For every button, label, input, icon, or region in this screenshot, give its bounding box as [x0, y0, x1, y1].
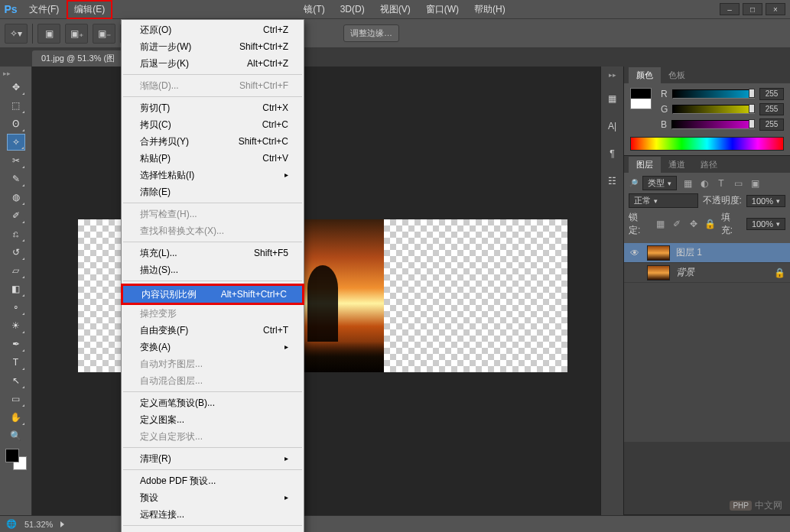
- menu-item[interactable]: 粘贴(P)Ctrl+V: [122, 150, 304, 167]
- zoom-level[interactable]: 51.32%: [24, 520, 53, 529]
- filter-pixel-icon[interactable]: ▦: [681, 177, 694, 190]
- magic-wand-tool-icon[interactable]: ✧: [7, 134, 25, 151]
- layer-thumbnail[interactable]: [647, 245, 670, 261]
- character-strip-icon[interactable]: A|: [605, 118, 620, 134]
- layer-thumbnail[interactable]: [647, 265, 670, 281]
- menu-item[interactable]: 填充(L)...Shift+F5: [122, 245, 304, 261]
- lock-pixels-icon[interactable]: ✐: [671, 218, 683, 230]
- menu-item[interactable]: 后退一步(K)Alt+Ctrl+Z: [122, 55, 304, 72]
- blend-mode-select[interactable]: 正常: [629, 193, 698, 208]
- status-arrow-icon[interactable]: [60, 521, 64, 527]
- menu-item[interactable]: 合并拷贝(Y)Shift+Ctrl+C: [122, 133, 304, 150]
- history-brush-tool-icon[interactable]: ↺: [7, 244, 25, 261]
- path-selection-tool-icon[interactable]: ↖: [7, 372, 25, 389]
- document-tab[interactable]: 01.jpg @ 51.3% (图: [32, 50, 124, 66]
- menu-item[interactable]: 定义图案...: [122, 411, 304, 428]
- clone-stamp-tool-icon[interactable]: ⎌: [7, 225, 25, 242]
- layer-row[interactable]: 背景 🔒: [624, 263, 790, 283]
- blur-tool-icon[interactable]: ∘: [7, 299, 25, 316]
- lock-position-icon[interactable]: ✥: [688, 218, 700, 230]
- tab-swatches[interactable]: 色板: [661, 67, 693, 83]
- canvas-area[interactable]: [32, 66, 600, 515]
- opt-add-selection-icon[interactable]: ▣₊: [65, 24, 88, 44]
- layer-filter-kind[interactable]: 类型: [642, 176, 677, 190]
- swatches-strip-icon[interactable]: ▦: [605, 91, 620, 106]
- hand-tool-icon[interactable]: ✋: [7, 409, 25, 426]
- opt-new-selection-icon[interactable]: ▣: [37, 24, 60, 44]
- marquee-tool-icon[interactable]: ⬚: [7, 97, 25, 114]
- menu-edit[interactable]: 编辑(E): [67, 0, 112, 19]
- foreground-color-swatch[interactable]: [5, 449, 19, 462]
- menu-file[interactable]: 文件(F): [21, 0, 67, 19]
- tab-color[interactable]: 颜色: [629, 67, 661, 83]
- r-slider[interactable]: [672, 89, 755, 99]
- menu-window[interactable]: 窗口(W): [418, 0, 467, 19]
- filter-smart-icon[interactable]: ▣: [749, 177, 761, 190]
- menu-item[interactable]: 自由变换(F)Ctrl+T: [122, 322, 304, 339]
- menu-item[interactable]: 变换(A): [122, 339, 304, 355]
- menu-item[interactable]: 定义画笔预设(B)...: [122, 394, 304, 411]
- status-globe-icon[interactable]: 🌐: [6, 519, 17, 529]
- gradient-tool-icon[interactable]: ◧: [7, 281, 25, 297]
- fill-value[interactable]: 100%: [746, 218, 785, 230]
- close-button[interactable]: ×: [766, 3, 785, 15]
- zoom-tool-icon[interactable]: 🔍: [7, 427, 25, 444]
- color-panel-swatch[interactable]: [630, 88, 652, 109]
- menu-item[interactable]: 预设: [122, 489, 304, 506]
- pen-tool-icon[interactable]: ✒: [7, 336, 25, 352]
- layer-name[interactable]: 背景: [676, 266, 694, 279]
- crop-tool-icon[interactable]: ✂: [7, 152, 25, 169]
- lock-transparent-icon[interactable]: ▦: [654, 218, 666, 230]
- menu-filter[interactable]: 镜(T): [296, 0, 332, 19]
- menu-item[interactable]: 清理(R): [122, 450, 304, 467]
- b-slider[interactable]: [671, 120, 755, 129]
- opt-subtract-selection-icon[interactable]: ▣₋: [93, 24, 115, 44]
- menu-item[interactable]: 拷贝(C)Ctrl+C: [122, 116, 304, 133]
- r-value[interactable]: 255: [759, 88, 784, 100]
- lock-all-icon[interactable]: 🔒: [704, 218, 717, 230]
- layer-row[interactable]: 👁 图层 1: [624, 243, 790, 263]
- dodge-tool-icon[interactable]: ☀: [7, 317, 25, 334]
- paragraph-strip-icon[interactable]: ¶: [605, 146, 620, 161]
- opacity-value[interactable]: 100%: [746, 195, 785, 207]
- tab-paths[interactable]: 路径: [693, 157, 725, 173]
- menu-item[interactable]: 清除(E): [122, 183, 304, 200]
- filter-type-icon[interactable]: T: [715, 177, 727, 190]
- healing-brush-tool-icon[interactable]: ◍: [7, 189, 25, 206]
- styles-strip-icon[interactable]: ☷: [605, 174, 620, 189]
- tab-layers[interactable]: 图层: [629, 157, 661, 173]
- menu-item[interactable]: 剪切(T)Ctrl+X: [122, 99, 304, 116]
- menu-item[interactable]: 内容识别比例Alt+Shift+Ctrl+C: [123, 286, 302, 303]
- g-slider[interactable]: [672, 105, 755, 114]
- refine-edge-button[interactable]: 调整边缘…: [343, 24, 399, 42]
- maximize-button[interactable]: □: [743, 3, 762, 15]
- type-tool-icon[interactable]: T: [7, 354, 25, 371]
- layer-name[interactable]: 图层 1: [676, 246, 702, 259]
- menu-view[interactable]: 视图(V): [372, 0, 418, 19]
- menu-help[interactable]: 帮助(H): [467, 0, 513, 19]
- lasso-tool-icon[interactable]: ʘ: [7, 115, 25, 132]
- filter-adjust-icon[interactable]: ◐: [698, 177, 710, 190]
- menu-item[interactable]: 选择性粘贴(I): [122, 167, 304, 183]
- menu-item[interactable]: 前进一步(W)Shift+Ctrl+Z: [122, 38, 304, 55]
- brush-tool-icon[interactable]: ✐: [7, 207, 25, 224]
- menu-item[interactable]: 远程连接...: [122, 506, 304, 523]
- tool-preset-icon[interactable]: ✧▾: [5, 24, 28, 44]
- filter-shape-icon[interactable]: ▭: [732, 177, 744, 190]
- menu-item[interactable]: 描边(S)...: [122, 261, 304, 278]
- menu-item[interactable]: Adobe PDF 预设...: [122, 472, 304, 489]
- spectrum-bar[interactable]: [630, 137, 784, 151]
- eraser-tool-icon[interactable]: ▱: [7, 262, 25, 279]
- minimize-button[interactable]: –: [720, 3, 740, 15]
- layer-visibility-icon[interactable]: 👁: [629, 248, 641, 258]
- eyedropper-tool-icon[interactable]: ✎: [7, 170, 25, 187]
- g-value[interactable]: 255: [759, 103, 784, 115]
- shape-tool-icon[interactable]: ▭: [7, 391, 25, 407]
- move-tool-icon[interactable]: ✥: [7, 79, 25, 96]
- menu-item[interactable]: 还原(O)Ctrl+Z: [122, 21, 304, 38]
- b-value[interactable]: 255: [759, 118, 784, 131]
- menu-item[interactable]: 颜色设置(G)...Shift+Ctrl+K: [122, 528, 304, 532]
- tab-channels[interactable]: 通道: [661, 157, 693, 173]
- color-swatches[interactable]: [5, 449, 27, 470]
- menu-3d[interactable]: 3D(D): [333, 1, 372, 18]
